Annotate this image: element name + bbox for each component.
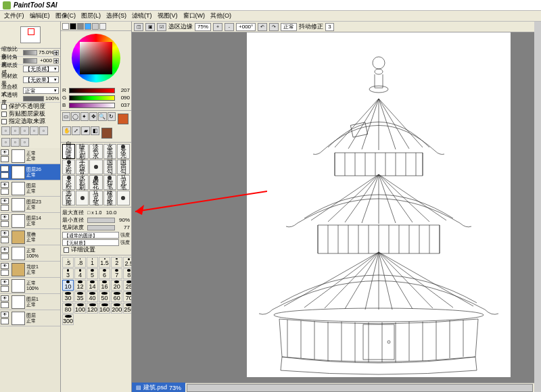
brush-preset[interactable]: 水粉 xyxy=(62,175,75,190)
visibility-icon[interactable]: 👁 xyxy=(1,279,9,285)
size-preset[interactable]: 60 xyxy=(111,291,122,302)
merge-button[interactable]: ▫ xyxy=(1,138,10,147)
angle-value[interactable]: +000° xyxy=(236,23,256,31)
lasso-tool[interactable]: ◯ xyxy=(71,112,79,121)
lock-icon[interactable] xyxy=(1,270,9,276)
rot-r-button[interactable]: ↷ xyxy=(269,23,279,31)
size-preset[interactable]: 120 xyxy=(87,303,98,314)
size-preset[interactable]: 50 xyxy=(99,291,110,302)
menu-filter[interactable]: 滤镜(T) xyxy=(132,11,152,20)
size-preset[interactable]: 200 xyxy=(111,303,122,314)
size-preset[interactable]: 5 xyxy=(87,268,98,279)
brush-preset[interactable]: 水彩刷 xyxy=(76,175,89,190)
size-preset[interactable]: 10 xyxy=(62,280,74,291)
brush-preset[interactable]: 淡色水 xyxy=(89,144,102,159)
size-preset[interactable]: 1 xyxy=(87,257,98,268)
brush-preset[interactable]: 水粉 xyxy=(62,160,75,174)
layer-item[interactable]: 👁正常100% xyxy=(0,245,60,262)
bucket-tool[interactable]: ▰ xyxy=(81,126,90,135)
visibility-icon[interactable]: 👁 xyxy=(1,247,9,253)
canvas[interactable]: 10.0 xyxy=(132,32,534,383)
menu-view[interactable]: 视图(V) xyxy=(158,11,178,20)
wand-tool[interactable]: ✦ xyxy=(80,112,89,121)
swatch-toggle[interactable] xyxy=(70,23,76,30)
brush-preset[interactable]: 马克笔 xyxy=(89,191,102,205)
zoom-tool[interactable]: 🔍 xyxy=(98,112,106,121)
mode-value[interactable]: 正常 xyxy=(281,23,297,31)
fg-color[interactable] xyxy=(118,114,128,124)
brush-preset[interactable]: 水墨画 xyxy=(103,144,116,159)
swatch-toggle[interactable] xyxy=(62,23,69,30)
hand-tool[interactable]: ✋ xyxy=(62,126,71,135)
rot-l-button[interactable]: ↶ xyxy=(258,23,267,31)
size-preset[interactable]: .8 xyxy=(74,257,86,268)
lock-icon[interactable] xyxy=(1,221,9,227)
color-wheel[interactable] xyxy=(61,31,131,85)
new-linework-button[interactable]: ▫ xyxy=(11,126,20,135)
visibility-icon[interactable]: 👁 xyxy=(1,149,9,155)
swatch-toggle[interactable] xyxy=(92,23,99,30)
size-preset[interactable]: 160 xyxy=(99,303,110,314)
brush-preset[interactable]: 发光 xyxy=(117,144,130,159)
size-preset[interactable]: 20 xyxy=(111,280,122,291)
size-preset[interactable]: 2.5 xyxy=(123,257,132,268)
brush-preset[interactable]: 选区擦 xyxy=(62,191,75,205)
detail-settings-check[interactable]: 详细设置 xyxy=(62,246,130,253)
lock-icon[interactable] xyxy=(1,318,9,324)
size-preset[interactable]: .5 xyxy=(62,257,74,268)
size-preset[interactable]: 250 xyxy=(123,303,132,314)
stab-value[interactable]: 3 xyxy=(325,23,333,31)
lock-icon[interactable] xyxy=(1,205,9,211)
lock-icon[interactable] xyxy=(1,156,9,162)
visibility-icon[interactable]: 👁 xyxy=(1,295,9,301)
size-preset[interactable]: 300 xyxy=(62,314,74,325)
h-scrollbar[interactable] xyxy=(187,384,533,392)
layer-item[interactable]: 👁图层正常 xyxy=(0,180,60,197)
min-size-row[interactable]: 最小直径90% xyxy=(62,216,130,224)
sel-edge-value[interactable]: 75% xyxy=(195,23,211,31)
document-tab[interactable]: ▤ 建筑.psd 73% xyxy=(132,383,185,392)
size-preset[interactable]: 35 xyxy=(74,291,86,302)
size-preset[interactable]: 40 xyxy=(87,291,98,302)
shape-combo[interactable]: 【通常的圆形】强度 xyxy=(62,231,130,239)
brush-preset[interactable]: 手指骨 xyxy=(76,160,89,174)
visibility-icon[interactable]: 👁 xyxy=(1,182,9,188)
zoom-in-button[interactable]: + xyxy=(213,23,222,31)
gradient-tool[interactable]: ◧ xyxy=(91,126,99,135)
bg-color[interactable] xyxy=(101,128,112,139)
layer-item[interactable]: 👁花纹1正常 xyxy=(0,262,60,278)
move-tool[interactable]: ✥ xyxy=(89,112,97,121)
flatten-button[interactable]: ▫ xyxy=(11,138,20,147)
size-preset[interactable]: 1.5 xyxy=(99,257,110,268)
menu-layer[interactable]: 图层(L) xyxy=(81,11,101,20)
size-preset[interactable]: 14 xyxy=(87,280,98,291)
paper[interactable] xyxy=(247,32,511,377)
select-tool[interactable]: ▭ xyxy=(62,112,70,121)
brush-preset[interactable] xyxy=(76,191,89,205)
selection-source-check[interactable]: 指定选取来源 xyxy=(0,118,60,125)
layer-item[interactable]: 👁屋檐正常 xyxy=(0,229,60,245)
visibility-icon[interactable]: 👁 xyxy=(1,214,9,220)
delete-layer-button[interactable]: ▫ xyxy=(39,126,48,135)
visibility-icon[interactable]: 👁 xyxy=(1,230,9,237)
size-preset[interactable]: 2 xyxy=(111,257,122,268)
brush-preset[interactable]: 樱花 xyxy=(89,175,102,190)
lock-icon[interactable] xyxy=(1,286,9,292)
size-preset[interactable]: 16 xyxy=(99,280,110,291)
layer-item[interactable]: 👁图层14正常 xyxy=(0,213,60,229)
visibility-icon[interactable]: 👁 xyxy=(1,166,9,172)
reset-button[interactable]: ▣ xyxy=(145,23,155,31)
zoom-out-button[interactable]: - xyxy=(225,23,234,31)
lock-icon[interactable] xyxy=(1,189,9,195)
size-preset[interactable]: 70 xyxy=(123,291,132,302)
size-preset[interactable]: 100 xyxy=(74,303,86,314)
size-preset[interactable]: 80 xyxy=(62,303,74,314)
menu-edit[interactable]: 编辑(E) xyxy=(30,11,50,20)
cb-button[interactable]: ☑ xyxy=(157,23,166,31)
layer-item[interactable]: 👁图层1正常 xyxy=(0,294,60,310)
rgb-r-slider[interactable]: R207 xyxy=(62,87,130,94)
size-preset[interactable]: 6 xyxy=(99,268,110,279)
visibility-icon[interactable]: 👁 xyxy=(1,312,9,318)
size-preset[interactable]: 30 xyxy=(62,291,74,302)
lock-icon[interactable] xyxy=(1,172,9,178)
